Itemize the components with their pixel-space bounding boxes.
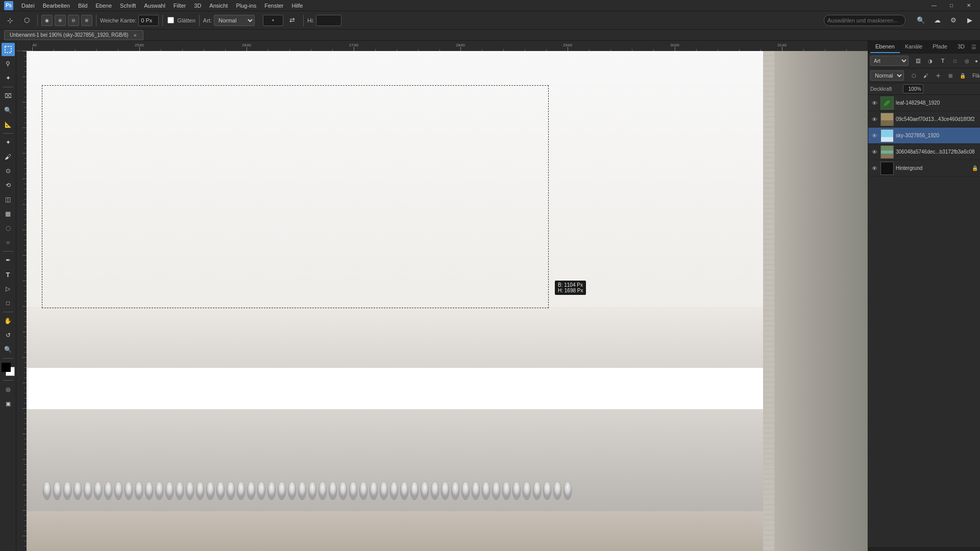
cloud-search-btn[interactable]: 🔍 — [914, 14, 928, 27]
menu-schrift[interactable]: Schrift — [120, 3, 136, 9]
history-btn[interactable]: ⟲ — [2, 179, 15, 192]
svg-point-2 — [53, 482, 61, 500]
layer-item-leaf[interactable]: 👁 leaf-1482948_1920 — [868, 95, 980, 111]
tab-kanaele[interactable]: Kanäle — [900, 41, 927, 53]
menu-ansicht[interactable]: Ansicht — [209, 3, 228, 9]
feather-btn[interactable]: ◉ — [41, 15, 53, 26]
magic-wand-btn[interactable]: ✦ — [2, 71, 15, 85]
panel-menu-btn[interactable]: ☰ — [970, 42, 978, 52]
screen-mode-btn[interactable]: ▣ — [2, 397, 15, 410]
settings-btn[interactable]: ⚙ — [946, 14, 961, 27]
layer-item-hintergrund[interactable]: 👁 Hintergrund 🔒 — [868, 160, 980, 177]
lock-move-btn[interactable]: ✛ — [933, 70, 944, 81]
opacity-input[interactable] — [903, 84, 923, 93]
lasso-tool-btn[interactable]: ⚲ — [2, 57, 15, 70]
layer-type-filter[interactable]: Art — [870, 56, 909, 66]
svg-point-40 — [441, 482, 449, 500]
text-tool-btn[interactable]: T — [2, 268, 15, 281]
menu-plugins[interactable]: Plug-ins — [236, 3, 256, 9]
crop-tool-btn[interactable]: ⌧ — [2, 89, 15, 103]
lock-transparent-btn[interactable]: ⬡ — [908, 70, 919, 81]
svg-point-3 — [63, 482, 71, 500]
canvas-area-container: B: 1104 Px H: 1698 Px 189.91% | 4936 x 3… — [16, 41, 868, 551]
lock-artboard-btn[interactable]: ⊞ — [945, 70, 956, 81]
menu-3d[interactable]: 3D — [194, 3, 201, 9]
quickmask-btn[interactable]: ◎ — [2, 383, 15, 396]
filter-toggle: ● — [975, 58, 978, 64]
tool-sep-6 — [3, 380, 13, 381]
gradient-tool-btn[interactable]: ▦ — [2, 207, 15, 220]
minimize-btn[interactable]: — — [927, 0, 941, 12]
mask-search-input[interactable] — [824, 15, 905, 26]
subtract-btn[interactable]: ⊖ — [68, 15, 79, 26]
smooth-checkbox[interactable] — [167, 17, 174, 23]
layer-item-sky[interactable]: 👁 sky-3027856_1920 — [868, 128, 980, 144]
tab-ebenen[interactable]: Ebenen — [870, 41, 900, 53]
filter-adjust-btn[interactable]: ◑ — [925, 55, 936, 66]
menu-bild[interactable]: Bild — [78, 3, 87, 9]
zoom-tool-btn[interactable]: 🔍 — [2, 343, 15, 356]
dodge-tool-btn[interactable]: ○ — [2, 236, 15, 249]
menu-ebene[interactable]: Ebene — [95, 3, 112, 9]
panel-toggle-btn[interactable]: ▶ — [963, 14, 977, 27]
shape-tool-btn[interactable]: □ — [2, 296, 15, 310]
lock-all-btn[interactable]: 🔒 — [957, 70, 968, 81]
add-btn[interactable]: ⊕ — [55, 15, 66, 26]
menu-hilfe[interactable]: Hilfe — [291, 3, 303, 9]
filter-text-btn[interactable]: T — [937, 55, 948, 66]
brush-swap-btn[interactable]: ⇄ — [285, 14, 300, 27]
layer-eye-leaf[interactable]: 👁 — [870, 99, 878, 107]
spot-heal-btn[interactable]: ✦ — [2, 136, 15, 149]
svg-point-10 — [135, 482, 143, 500]
rotate-tool-btn[interactable]: ↺ — [2, 329, 15, 342]
eraser-tool-btn[interactable]: ◫ — [2, 193, 15, 206]
path-select-btn[interactable]: ▷ — [2, 282, 15, 295]
brush-tool-btn[interactable]: 🖌 — [2, 150, 15, 163]
tab-close-btn[interactable]: × — [132, 32, 137, 38]
svg-point-41 — [451, 482, 459, 500]
filter-pixel-btn[interactable]: 🖼 — [913, 55, 924, 66]
edge-input[interactable] — [138, 15, 159, 26]
layer-eye-hintergrund[interactable]: 👁 — [870, 164, 878, 172]
intersect-btn[interactable]: ⊗ — [81, 15, 92, 26]
layer-eye-sky[interactable]: 👁 — [870, 132, 878, 140]
menu-fenster[interactable]: Fenster — [264, 3, 283, 9]
blending-mode-select[interactable]: Normal — [870, 70, 904, 81]
svg-point-34 — [380, 482, 388, 500]
photoshop-canvas[interactable]: B: 1104 Px H: 1698 Px 189.91% | 4936 x 3… — [27, 51, 868, 551]
svg-point-1 — [43, 482, 51, 500]
eyedropper-btn[interactable]: 🔍 — [2, 104, 15, 117]
selection-tool-btn[interactable] — [2, 43, 15, 56]
lasso-tool-icon[interactable]: ⬡ — [19, 14, 34, 27]
hand-tool-btn[interactable]: ✋ — [2, 314, 15, 328]
mode-select[interactable]: Normal — [214, 15, 255, 26]
cloud-btn[interactable]: ☁ — [930, 14, 944, 27]
move-tool-icon[interactable]: ⊹ — [3, 14, 17, 27]
filter-shape-btn[interactable]: □ — [949, 55, 961, 66]
layer-name-hintergrund: Hintergrund — [896, 165, 970, 171]
menu-filter[interactable]: Filter — [174, 3, 186, 9]
tab-3d[interactable]: 3D — [952, 41, 970, 53]
svg-point-24 — [278, 482, 286, 500]
svg-point-35 — [390, 482, 398, 500]
svg-point-33 — [370, 482, 378, 500]
lock-paint-btn[interactable]: 🖌 — [920, 70, 932, 81]
layer-eye-306048[interactable]: 👁 — [870, 148, 878, 156]
ruler-tool-btn[interactable]: 📐 — [2, 118, 15, 131]
filter-smart-btn[interactable]: ◎ — [962, 55, 973, 66]
stamp-tool-btn[interactable]: ⊙ — [2, 164, 15, 178]
layer-item-306048[interactable]: 👁 306048a5746dec...b3172fb3a6c08 — [868, 144, 980, 160]
menu-datei[interactable]: Datei — [21, 3, 35, 9]
layer-eye-09c540[interactable]: 👁 — [870, 115, 878, 123]
blur-tool-btn[interactable]: ◌ — [2, 221, 15, 235]
edge-label: Weiche Kante: — [100, 17, 136, 23]
layer-item-09c540[interactable]: 👁 09c540aef70d13...43ce460d18f3f2 — [868, 111, 980, 128]
pen-tool-btn[interactable]: ✒ — [2, 254, 15, 267]
menu-auswahl[interactable]: Auswahl — [144, 3, 165, 9]
close-btn[interactable]: ✕ — [962, 0, 976, 12]
svg-point-46 — [502, 482, 510, 500]
tab-pfade[interactable]: Pfade — [927, 41, 952, 53]
maximize-btn[interactable]: □ — [944, 0, 959, 12]
foreground-color-swatch[interactable] — [2, 363, 11, 372]
menu-bearbeiten[interactable]: Bearbeiten — [43, 3, 70, 9]
